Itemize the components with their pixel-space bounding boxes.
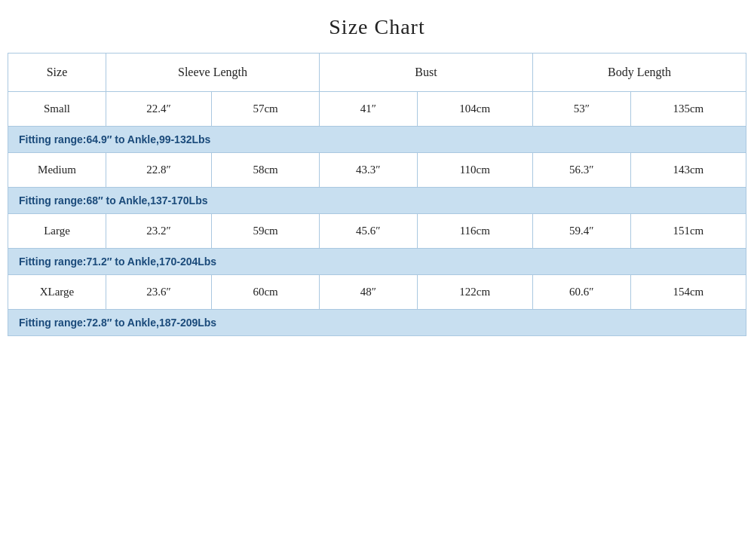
cell-sleeve-cm: 57cm [212,92,320,127]
cell-body-in: 53″ [532,92,630,127]
table-row: Small 22.4″ 57cm 41″ 104cm 53″ 135cm [8,92,746,127]
cell-size: Medium [8,153,106,188]
cell-bust-cm: 110cm [417,153,532,188]
cell-sleeve-in: 23.6″ [106,275,212,310]
cell-body-cm: 143cm [630,153,746,188]
fitting-range-text: Fitting range:71.2″ to Ankle,170-204Lbs [8,249,746,275]
fitting-range-row: Fitting range:64.9″ to Ankle,99-132Lbs [8,127,746,153]
cell-bust-in: 48″ [319,275,417,310]
size-chart-table: Size Sleeve Length Bust Body Length Smal… [8,53,746,336]
table-row: XLarge 23.6″ 60cm 48″ 122cm 60.6″ 154cm [8,275,746,310]
cell-sleeve-cm: 60cm [212,275,320,310]
table-row: Large 23.2″ 59cm 45.6″ 116cm 59.4″ 151cm [8,214,746,249]
fitting-range-text: Fitting range:64.9″ to Ankle,99-132Lbs [8,127,746,153]
cell-sleeve-in: 23.2″ [106,214,212,249]
header-sleeve: Sleeve Length [106,54,320,92]
page-title: Size Chart [329,15,425,39]
fitting-range-row: Fitting range:71.2″ to Ankle,170-204Lbs [8,249,746,275]
header-size: Size [8,54,106,92]
fitting-range-text: Fitting range:68″ to Ankle,137-170Lbs [8,188,746,214]
header-body: Body Length [532,54,746,92]
cell-bust-in: 45.6″ [319,214,417,249]
fitting-range-row: Fitting range:72.8″ to Ankle,187-209Lbs [8,310,746,336]
cell-sleeve-in: 22.8″ [106,153,212,188]
cell-body-in: 56.3″ [532,153,630,188]
cell-sleeve-cm: 58cm [212,153,320,188]
cell-body-in: 60.6″ [532,275,630,310]
cell-body-in: 59.4″ [532,214,630,249]
cell-bust-cm: 104cm [417,92,532,127]
cell-body-cm: 154cm [630,275,746,310]
cell-size: Large [8,214,106,249]
cell-bust-cm: 122cm [417,275,532,310]
header-bust: Bust [319,54,532,92]
fitting-range-row: Fitting range:68″ to Ankle,137-170Lbs [8,188,746,214]
cell-size: XLarge [8,275,106,310]
table-header-row: Size Sleeve Length Bust Body Length [8,54,746,92]
cell-bust-in: 43.3″ [319,153,417,188]
table-body: Small 22.4″ 57cm 41″ 104cm 53″ 135cm Fit… [8,92,746,336]
cell-bust-cm: 116cm [417,214,532,249]
cell-body-cm: 135cm [630,92,746,127]
fitting-range-text: Fitting range:72.8″ to Ankle,187-209Lbs [8,310,746,336]
cell-bust-in: 41″ [319,92,417,127]
cell-body-cm: 151cm [630,214,746,249]
cell-sleeve-in: 22.4″ [106,92,212,127]
cell-size: Small [8,92,106,127]
table-row: Medium 22.8″ 58cm 43.3″ 110cm 56.3″ 143c… [8,153,746,188]
cell-sleeve-cm: 59cm [212,214,320,249]
